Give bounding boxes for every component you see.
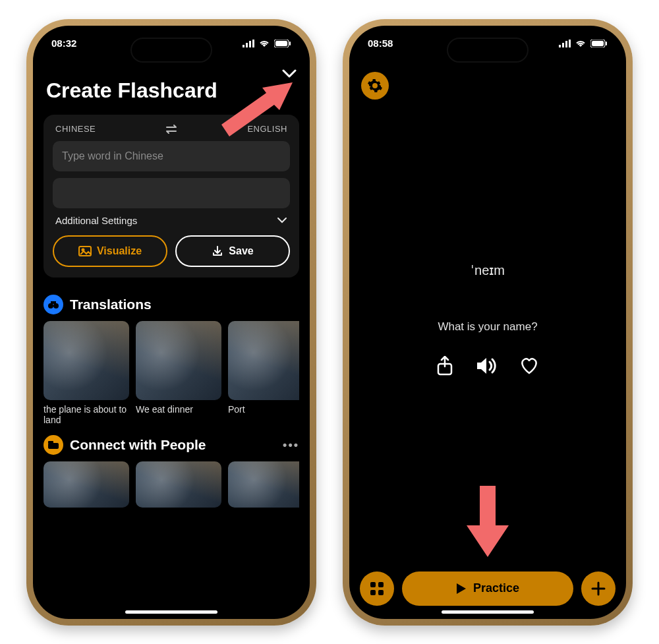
battery-icon — [274, 40, 291, 47]
svg-marker-27 — [467, 486, 509, 557]
cellular-icon — [559, 40, 571, 47]
tile-caption: We eat dinner — [136, 404, 221, 415]
flashcard-word: name — [349, 223, 626, 260]
home-indicator[interactable] — [442, 610, 534, 614]
wifi-icon — [258, 40, 270, 47]
save-label: Save — [229, 245, 253, 257]
svg-rect-16 — [562, 43, 564, 47]
svg-point-9 — [48, 303, 53, 308]
additional-settings-label: Additional Settings — [55, 215, 137, 226]
svg-rect-13 — [48, 441, 53, 444]
tile-caption: the plane is about to land — [43, 404, 129, 426]
additional-settings-toggle[interactable]: Additional Settings — [55, 215, 287, 226]
add-button[interactable] — [581, 571, 616, 606]
grid-button[interactable] — [360, 571, 394, 606]
chevron-down-icon — [277, 217, 287, 223]
tile-image — [228, 321, 299, 400]
cellular-icon — [243, 40, 254, 47]
phone-left: 08:32 Create Flashcard CHINESE — [26, 19, 316, 626]
connect-tile[interactable] — [136, 461, 221, 508]
tile-image — [228, 461, 299, 508]
annotation-arrow — [461, 486, 514, 558]
lang-from[interactable]: CHINESE — [55, 124, 96, 134]
flashcard-definition: (n.) 名字 — [349, 298, 626, 314]
tile-image — [136, 321, 221, 400]
practice-button[interactable]: Practice — [402, 571, 573, 606]
svg-rect-15 — [559, 45, 561, 47]
phone-right: 08:58 name ˈneɪm (n.) 名字 What is your na… — [343, 19, 633, 626]
status-time: 08:32 — [51, 38, 76, 49]
more-icon[interactable]: ••• — [283, 438, 299, 452]
settings-button[interactable] — [361, 72, 389, 100]
speaker-icon[interactable] — [476, 356, 497, 376]
connect-tile[interactable] — [43, 461, 129, 508]
source-input[interactable]: Type word in Chinese — [53, 141, 290, 171]
connect-tile[interactable] — [228, 461, 299, 508]
battery-icon — [590, 40, 608, 47]
gear-icon — [367, 78, 383, 94]
svg-rect-20 — [592, 41, 604, 46]
plus-icon — [591, 581, 606, 596]
svg-rect-23 — [370, 582, 376, 587]
wifi-icon — [575, 40, 587, 47]
home-indicator[interactable] — [125, 610, 217, 614]
visualize-button[interactable]: Visualize — [53, 235, 167, 267]
svg-rect-11 — [51, 301, 56, 304]
dynamic-island — [132, 39, 211, 61]
binoculars-icon — [43, 295, 63, 314]
svg-rect-3 — [252, 40, 254, 47]
download-icon — [212, 245, 223, 257]
dynamic-island — [448, 39, 527, 61]
status-time: 08:58 — [368, 38, 393, 49]
save-button[interactable]: Save — [175, 235, 290, 267]
tile-image — [43, 461, 129, 508]
svg-rect-2 — [249, 41, 251, 47]
svg-rect-21 — [606, 42, 607, 45]
tile-image — [43, 321, 129, 400]
translation-tile[interactable]: Port — [228, 321, 299, 426]
svg-rect-0 — [243, 45, 244, 47]
translations-heading-row: Translations — [43, 295, 299, 314]
practice-label: Practice — [473, 581, 519, 595]
grid-icon — [370, 581, 384, 596]
swap-icon[interactable] — [165, 124, 178, 134]
lang-to[interactable]: ENGLISH — [247, 124, 287, 134]
folder-icon — [43, 435, 63, 455]
svg-point-10 — [53, 303, 59, 308]
svg-rect-26 — [378, 590, 384, 595]
svg-rect-12 — [48, 443, 59, 449]
tile-caption: Port — [228, 404, 299, 415]
svg-rect-1 — [246, 43, 248, 47]
translate-card: CHINESE ENGLISH Type word in Chinese Add… — [43, 115, 299, 278]
flashcard-example: What is your name? — [349, 320, 626, 334]
svg-rect-5 — [275, 41, 287, 46]
translation-tile[interactable]: We eat dinner — [136, 321, 221, 426]
connect-heading: Connect with People — [70, 437, 206, 453]
page-title: Create Flashcard — [46, 78, 297, 103]
visualize-label: Visualize — [97, 245, 142, 257]
translations-heading: Translations — [70, 297, 152, 312]
svg-rect-6 — [289, 42, 291, 45]
svg-rect-17 — [565, 41, 567, 47]
share-icon[interactable] — [436, 356, 453, 376]
connect-heading-row: Connect with People ••• — [43, 435, 299, 455]
tile-image — [136, 461, 221, 508]
target-input[interactable] — [53, 178, 290, 208]
translation-tile[interactable]: the plane is about to land — [43, 321, 129, 426]
flashcard-ipa: ˈneɪm — [349, 262, 626, 278]
image-icon — [78, 246, 92, 256]
svg-rect-25 — [370, 590, 376, 595]
play-icon — [456, 583, 467, 595]
svg-rect-18 — [569, 40, 571, 47]
svg-rect-24 — [378, 582, 384, 587]
heart-icon[interactable] — [519, 356, 539, 376]
